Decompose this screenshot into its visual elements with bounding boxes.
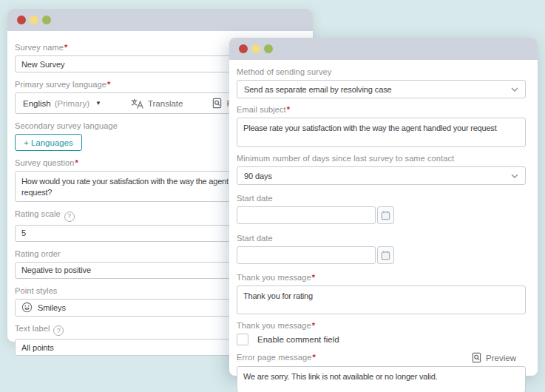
primary-language-dropdown[interactable]: English (Primary) ▼ — [16, 99, 109, 108]
comment-option-field: Thank you message* Enable comment field — [237, 321, 526, 345]
required-asterisk: * — [312, 353, 315, 362]
start-date-input[interactable] — [237, 246, 376, 264]
window-titlebar — [229, 38, 538, 60]
add-languages-button[interactable]: + Languages — [15, 134, 82, 151]
calendar-button[interactable] — [377, 206, 394, 224]
calendar-icon — [381, 250, 390, 260]
calendar-icon — [381, 210, 390, 220]
required-asterisk: * — [64, 43, 67, 52]
preview-icon — [212, 98, 222, 109]
translate-icon — [131, 98, 143, 109]
required-asterisk: * — [287, 105, 290, 114]
enable-comment-label: Enable comment field — [257, 335, 339, 344]
thank-you-field: Thank you message* Thank you for rating — [237, 273, 526, 314]
help-icon[interactable]: ? — [64, 212, 75, 222]
error-page-textarea[interactable]: We are sorry. This link is not available… — [237, 366, 526, 392]
dropdown-caret-icon: ▼ — [95, 100, 101, 107]
min-days-label: Minimum number of days since last survey… — [237, 154, 526, 163]
thank-you-textarea[interactable]: Thank you for rating — [237, 285, 526, 314]
email-subject-textarea[interactable]: Please rate your satisfaction with the w… — [237, 118, 526, 147]
chevron-down-icon — [511, 174, 518, 178]
thank-you-label: Thank you message* — [237, 273, 526, 283]
required-asterisk: * — [312, 321, 315, 330]
smiley-icon — [21, 302, 33, 313]
enable-comment-checkbox[interactable] — [237, 334, 248, 345]
zoom-button[interactable] — [264, 44, 273, 53]
preview-icon — [472, 352, 481, 363]
method-value: Send as separate email by resolving case — [244, 85, 392, 94]
start-date-input[interactable] — [237, 206, 376, 224]
calendar-button[interactable] — [377, 246, 394, 264]
minimize-button[interactable] — [251, 44, 260, 53]
language-note: (Primary) — [55, 99, 89, 108]
error-page-label: Error page message* — [237, 353, 316, 362]
chevron-down-icon — [511, 87, 518, 92]
preview-label: Preview — [486, 354, 516, 362]
point-styles-value: Smileys — [38, 303, 66, 312]
method-select[interactable]: Send as separate email by resolving case — [237, 80, 526, 98]
required-asterisk: * — [107, 80, 110, 89]
translate-label: Translate — [148, 99, 183, 108]
survey-sending-window: Method of sending survey Send as separat… — [229, 38, 538, 376]
start-date-field-2: Start date — [237, 234, 526, 264]
translate-button[interactable]: Translate — [131, 98, 183, 109]
selected-language: English — [23, 99, 51, 108]
method-field: Method of sending survey Send as separat… — [237, 67, 526, 98]
method-label: Method of sending survey — [237, 67, 526, 77]
error-page-field: Error page message* Preview We are sorry… — [237, 352, 526, 392]
start-date-field-1: Start date — [237, 194, 526, 224]
required-asterisk: * — [75, 158, 78, 167]
minimize-button[interactable] — [30, 16, 38, 24]
comment-option-label: Thank you message* — [237, 321, 526, 331]
close-button[interactable] — [17, 16, 26, 24]
start-date-label: Start date — [237, 194, 526, 203]
preview-button[interactable]: Preview — [472, 352, 516, 363]
min-days-field: Minimum number of days since last survey… — [237, 154, 526, 185]
min-days-select[interactable]: 90 days — [237, 166, 526, 185]
email-subject-label: Email subject* — [237, 105, 526, 115]
required-asterisk: * — [312, 273, 315, 282]
window-titlebar — [7, 9, 313, 31]
zoom-button[interactable] — [42, 16, 51, 24]
help-icon[interactable]: ? — [53, 325, 64, 336]
min-days-value: 90 days — [244, 172, 272, 180]
close-button[interactable] — [239, 44, 248, 53]
email-subject-field: Email subject* Please rate your satisfac… — [237, 105, 526, 147]
start-date-label: Start date — [237, 234, 526, 243]
